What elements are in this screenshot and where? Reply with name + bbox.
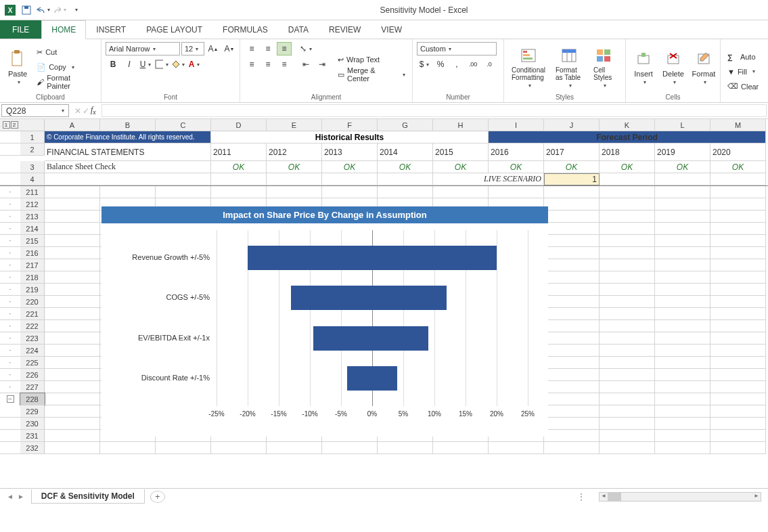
cell[interactable] — [710, 320, 766, 332]
cell[interactable] — [544, 247, 600, 259]
col-header-E[interactable]: E — [267, 119, 322, 131]
cell[interactable] — [45, 186, 100, 198]
cell[interactable] — [45, 308, 100, 320]
cell-ok-2020[interactable]: OK — [710, 161, 766, 173]
row-header-216[interactable]: 216 — [20, 247, 45, 259]
cell[interactable] — [710, 393, 766, 405]
cell[interactable] — [600, 198, 655, 210]
cell[interactable] — [600, 405, 655, 418]
align-middle-button[interactable]: ≡ — [261, 42, 275, 56]
cell[interactable] — [544, 345, 600, 357]
tab-formulas[interactable]: FORMULAS — [212, 20, 278, 39]
cell[interactable] — [544, 369, 600, 381]
autosum-button[interactable]: ∑ Auto — [725, 50, 761, 64]
add-sheet-button[interactable]: + — [150, 491, 165, 503]
select-all-corner[interactable] — [20, 119, 45, 131]
cell[interactable] — [45, 320, 100, 332]
cell[interactable] — [710, 247, 766, 259]
cell[interactable] — [710, 259, 766, 271]
cell[interactable] — [45, 369, 100, 381]
cell[interactable] — [710, 369, 766, 381]
bold-button[interactable]: B — [106, 58, 120, 71]
number-format-combo[interactable]: Custom▾ — [417, 42, 497, 56]
cell-year-2015[interactable]: 2015 — [433, 143, 489, 161]
cell[interactable] — [378, 186, 433, 198]
row-header-4[interactable]: 4 — [20, 173, 45, 185]
col-header-C[interactable]: C — [156, 119, 211, 131]
cell[interactable] — [544, 198, 600, 210]
cell[interactable] — [544, 357, 600, 369]
cell[interactable] — [544, 418, 600, 430]
accounting-button[interactable]: $▾ — [417, 58, 432, 71]
tab-pagelayout[interactable]: PAGE LAYOUT — [136, 20, 212, 39]
cell-ok-2018[interactable]: OK — [600, 161, 655, 173]
cell[interactable] — [544, 284, 600, 296]
cell[interactable] — [600, 332, 655, 345]
cell[interactable] — [544, 235, 600, 247]
outline-collapse-button[interactable]: − — [7, 395, 14, 403]
cell[interactable] — [710, 381, 766, 393]
cell[interactable] — [45, 271, 100, 284]
cell[interactable] — [600, 271, 655, 284]
cell-ok-2011[interactable]: OK — [211, 161, 267, 173]
cell[interactable] — [600, 442, 655, 454]
undo-button[interactable]: ▾ — [35, 3, 50, 18]
wrap-text-button[interactable]: ↩Wrap Text — [335, 53, 408, 66]
cell[interactable] — [600, 381, 655, 393]
cell[interactable] — [655, 430, 710, 442]
align-left-button[interactable]: ≡ — [244, 58, 259, 71]
cell[interactable] — [710, 308, 766, 320]
cell[interactable] — [655, 186, 710, 198]
cell[interactable] — [600, 369, 655, 381]
cell[interactable] — [544, 259, 600, 271]
cell[interactable] — [710, 271, 766, 284]
cell-fs-title[interactable]: FINANCIAL STATEMENTS — [45, 143, 211, 161]
cell-year-2016[interactable]: 2016 — [489, 143, 544, 161]
cell[interactable] — [211, 442, 267, 454]
decrease-font-button[interactable]: A▼ — [222, 42, 237, 56]
cell[interactable] — [489, 442, 544, 454]
increase-font-button[interactable]: A▲ — [206, 42, 221, 56]
row-header-1[interactable]: 1 — [20, 131, 45, 143]
cell-year-2013[interactable]: 2013 — [322, 143, 378, 161]
row-header-212[interactable]: 212 — [20, 198, 45, 210]
cell[interactable] — [710, 198, 766, 210]
cell[interactable] — [600, 223, 655, 235]
cell[interactable] — [655, 198, 710, 210]
cell[interactable] — [655, 210, 710, 223]
cell[interactable] — [544, 405, 600, 418]
cell-year-2017[interactable]: 2017 — [544, 143, 600, 161]
cell[interactable] — [600, 357, 655, 369]
cell[interactable] — [655, 308, 710, 320]
tab-review[interactable]: REVIEW — [319, 20, 371, 39]
cell[interactable] — [544, 186, 600, 198]
outline-level-1[interactable]: 1 — [3, 121, 10, 129]
underline-button[interactable]: U▾ — [138, 58, 153, 71]
row-header-2[interactable]: 2 — [20, 143, 45, 156]
redo-button[interactable]: ▾ — [51, 3, 66, 18]
increase-decimal-button[interactable]: .00 — [466, 58, 480, 71]
cell[interactable] — [45, 430, 100, 442]
cell-ok-2013[interactable]: OK — [322, 161, 378, 173]
row-header-221[interactable]: 221 — [20, 308, 45, 320]
col-header-L[interactable]: L — [655, 119, 710, 131]
align-right-button[interactable]: ≡ — [277, 58, 292, 71]
cell[interactable] — [156, 442, 211, 454]
decrease-indent-button[interactable]: ⇤ — [298, 58, 313, 71]
col-header-M[interactable]: M — [710, 119, 766, 131]
cell[interactable] — [655, 381, 710, 393]
row-header-213[interactable]: 213 — [20, 210, 45, 223]
col-header-K[interactable]: K — [600, 119, 655, 131]
cell[interactable] — [600, 345, 655, 357]
row-header-228[interactable]: 228 — [20, 393, 45, 405]
row-header-224[interactable]: 224 — [20, 345, 45, 357]
cell[interactable] — [710, 405, 766, 418]
cell[interactable] — [600, 235, 655, 247]
row-header-222[interactable]: 222 — [20, 320, 45, 332]
cell[interactable] — [710, 332, 766, 345]
clear-button[interactable]: ⌫Clear — [725, 80, 761, 93]
font-size-combo[interactable]: 12▾ — [181, 42, 204, 56]
cell[interactable] — [45, 198, 100, 210]
cell[interactable] — [267, 442, 322, 454]
cell-live-scenario-label[interactable]: LIVE SCENARIO — [433, 173, 544, 185]
